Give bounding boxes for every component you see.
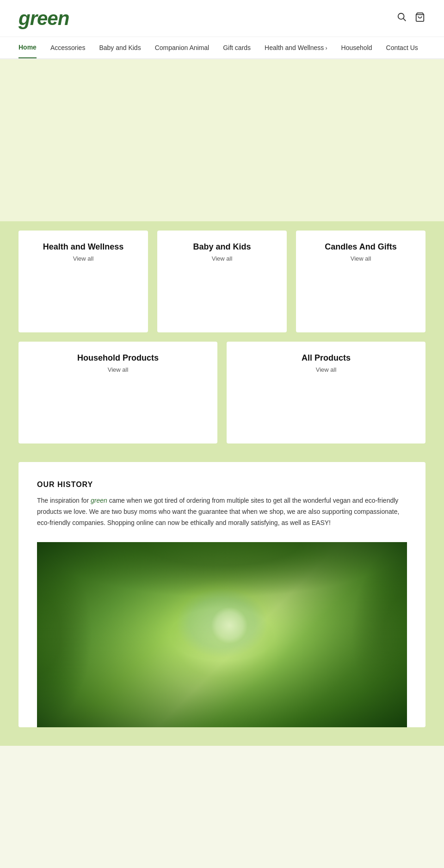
nav-item-gift-cards[interactable]: Gift cards: [223, 37, 251, 58]
logo-text: green: [18, 7, 69, 29]
collections-grid-bottom: Household Products View all All Products…: [18, 342, 426, 443]
history-card: OUR HISTORY The inspiration for green ca…: [18, 462, 426, 727]
view-all-all-products[interactable]: View all: [316, 366, 337, 373]
history-text: The inspiration for green came when we g…: [37, 495, 407, 528]
nav-item-companion-animal[interactable]: Companion Animal: [155, 37, 210, 58]
history-image: [37, 542, 407, 727]
view-all-candles[interactable]: View all: [351, 255, 371, 262]
image-overlay: [37, 542, 407, 727]
view-all-health[interactable]: View all: [73, 255, 94, 262]
collections-grid-top: Health and Wellness View all Baby and Ki…: [18, 231, 426, 332]
history-brand-italic: green: [91, 497, 107, 504]
collection-title-household: Household Products: [77, 353, 159, 363]
main-nav: Home Accessories Baby and Kids Companion…: [0, 37, 444, 59]
collection-card-health: Health and Wellness View all: [18, 231, 148, 332]
collection-title-health: Health and Wellness: [43, 242, 124, 252]
collection-title-candles: Candles And Gifts: [325, 242, 396, 252]
collection-title-baby: Baby and Kids: [193, 242, 251, 252]
nav-link-contact-us[interactable]: Contact Us: [386, 37, 418, 58]
history-section: OUR HISTORY The inspiration for green ca…: [0, 462, 444, 746]
view-all-baby[interactable]: View all: [212, 255, 233, 262]
nav-link-home[interactable]: Home: [18, 37, 37, 58]
nav-item-contact-us[interactable]: Contact Us: [386, 37, 418, 58]
nav-link-baby-and-kids[interactable]: Baby and Kids: [99, 37, 141, 58]
nav-link-household[interactable]: Household: [341, 37, 372, 58]
collection-card-candles: Candles And Gifts View all: [296, 231, 426, 332]
nav-item-baby-and-kids[interactable]: Baby and Kids: [99, 37, 141, 58]
svg-point-0: [398, 13, 404, 19]
collection-title-all-products: All Products: [302, 353, 351, 363]
nav-link-companion-animal[interactable]: Companion Animal: [155, 37, 210, 58]
search-icon[interactable]: [397, 12, 407, 25]
collections-section: Health and Wellness View all Baby and Ki…: [0, 221, 444, 462]
collection-card-baby: Baby and Kids View all: [157, 231, 287, 332]
site-logo[interactable]: green: [18, 7, 69, 30]
nav-item-home[interactable]: Home: [18, 37, 37, 58]
history-title: OUR HISTORY: [37, 481, 407, 489]
svg-line-1: [403, 19, 406, 21]
site-header: green: [0, 0, 444, 37]
collection-card-all-products: All Products View all: [227, 342, 426, 443]
header-icons: [397, 12, 426, 25]
cart-icon[interactable]: [414, 12, 426, 25]
nav-link-health-wellness[interactable]: Health and Wellness: [265, 37, 327, 58]
hero-banner: [0, 59, 444, 221]
nav-item-accessories[interactable]: Accessories: [50, 37, 85, 58]
nav-item-household[interactable]: Household: [341, 37, 372, 58]
view-all-household[interactable]: View all: [108, 366, 129, 373]
nav-item-health-wellness[interactable]: Health and Wellness: [265, 37, 327, 58]
collection-card-household: Household Products View all: [18, 342, 217, 443]
nav-link-gift-cards[interactable]: Gift cards: [223, 37, 251, 58]
nav-link-accessories[interactable]: Accessories: [50, 37, 85, 58]
